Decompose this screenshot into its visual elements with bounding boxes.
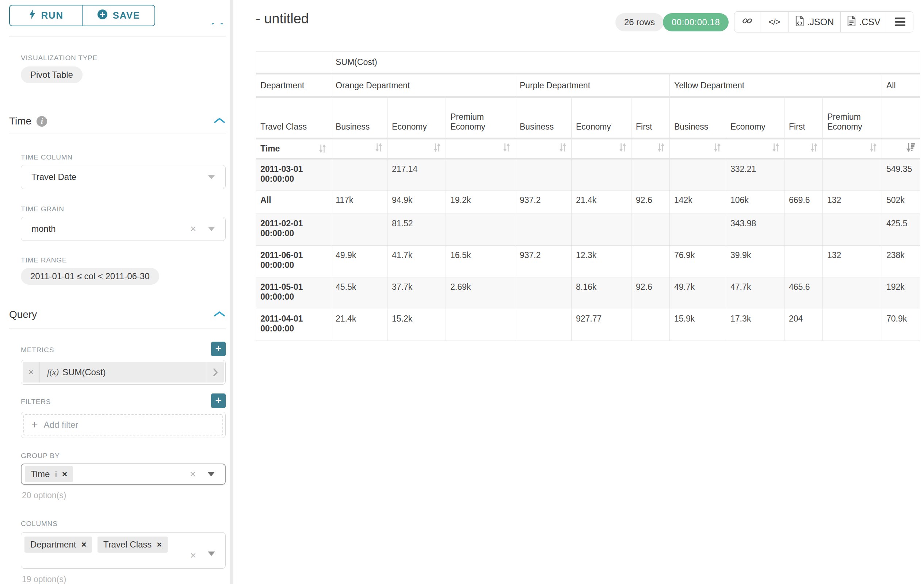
sort-updown-icon bbox=[503, 142, 511, 153]
pivot-row-label: 2011-03-01 00:00:00 bbox=[256, 159, 331, 191]
pivot-value-cell: 39.9k bbox=[726, 246, 784, 277]
sort-toggle[interactable] bbox=[726, 139, 784, 159]
pivot-value-cell bbox=[632, 309, 670, 341]
sort-toggle[interactable] bbox=[515, 139, 572, 159]
pivot-value-cell bbox=[823, 159, 882, 191]
remove-chip-icon[interactable]: × bbox=[157, 540, 162, 550]
pivot-value-cell: 465.6 bbox=[784, 277, 823, 309]
time-sort-header[interactable]: Time bbox=[256, 139, 331, 159]
pivot-value-cell bbox=[331, 159, 388, 191]
pivot-value-cell: 15.9k bbox=[670, 309, 726, 341]
sort-toggle[interactable] bbox=[784, 139, 823, 159]
more-options-button[interactable] bbox=[887, 12, 913, 32]
plus-icon: + bbox=[31, 419, 38, 431]
plus-circle-icon bbox=[97, 9, 108, 22]
sort-updown-icon bbox=[433, 142, 441, 153]
columns-chip-department[interactable]: Department × bbox=[25, 536, 92, 553]
pivot-value-cell bbox=[632, 214, 670, 246]
travel-class-header: Business bbox=[331, 97, 388, 139]
pivot-value-cell bbox=[446, 214, 515, 246]
metrics-label: METRICS bbox=[21, 346, 54, 354]
group-by-chip-time[interactable]: Time i × bbox=[25, 466, 73, 482]
pivot-value-cell: 142k bbox=[670, 191, 726, 214]
pivot-value-cell: 204 bbox=[784, 309, 823, 341]
time-column-select[interactable]: Travel Date bbox=[21, 165, 226, 189]
remove-chip-icon[interactable]: × bbox=[81, 540, 86, 550]
sort-toggle[interactable] bbox=[823, 139, 882, 159]
short-link-button[interactable] bbox=[734, 12, 760, 32]
chart-title[interactable]: - untitled bbox=[256, 11, 309, 26]
pivot-value-cell bbox=[331, 214, 388, 246]
visualization-type-label: VISUALIZATION TYPE bbox=[21, 54, 97, 62]
query-section-title: Query bbox=[9, 309, 37, 321]
pivot-value-cell: 49.7k bbox=[670, 277, 726, 309]
pivot-value-cell: 132 bbox=[823, 191, 882, 214]
sort-toggle[interactable] bbox=[572, 139, 632, 159]
save-button[interactable]: SAVE bbox=[82, 5, 155, 26]
query-duration-badge: 00:00:00.18 bbox=[663, 13, 729, 31]
link-icon bbox=[741, 15, 753, 29]
clear-icon[interactable]: × bbox=[190, 468, 196, 480]
run-save-button-group: RUN SAVE bbox=[9, 5, 155, 26]
expand-metric-chevron-icon[interactable] bbox=[207, 362, 224, 383]
info-icon: i bbox=[36, 116, 47, 127]
pivot-value-cell bbox=[632, 159, 670, 191]
pivot-row-label: 2011-05-01 00:00:00 bbox=[256, 277, 331, 309]
pivot-value-cell: 47.7k bbox=[726, 277, 784, 309]
department-group-header: Yellow Department bbox=[670, 74, 882, 97]
add-filter-button[interactable]: + Add filter bbox=[23, 414, 223, 436]
time-range-chip[interactable]: 2011-01-01 ≤ col < 2011-06-30 bbox=[21, 268, 159, 285]
export-csv-button[interactable]: .CSV bbox=[840, 12, 887, 32]
pivot-row-label: 2011-04-01 00:00:00 bbox=[256, 309, 331, 341]
time-range-label: TIME RANGE bbox=[21, 256, 67, 264]
columns-select[interactable]: Department × Travel Class × × bbox=[21, 532, 226, 569]
section-divider bbox=[9, 328, 226, 329]
group-by-helper: 20 option(s) bbox=[22, 490, 66, 500]
sort-toggle[interactable] bbox=[632, 139, 670, 159]
time-grain-select[interactable]: month × bbox=[21, 217, 226, 241]
pivot-value-cell bbox=[670, 214, 726, 246]
sort-toggle[interactable] bbox=[670, 139, 726, 159]
pivot-value-cell: 92.6 bbox=[632, 277, 670, 309]
pivot-value-cell: 343.98 bbox=[726, 214, 784, 246]
remove-chip-icon[interactable]: × bbox=[62, 469, 67, 479]
pivot-value-cell: 19.2k bbox=[446, 191, 515, 214]
group-by-select[interactable]: Time i × × bbox=[21, 464, 226, 485]
columns-helper: 19 option(s) bbox=[22, 574, 66, 584]
pivot-value-cell: 21.4k bbox=[331, 309, 388, 341]
pivot-value-cell: 16.5k bbox=[446, 246, 515, 277]
metrics-box: × f(x) SUM(Cost) bbox=[21, 360, 226, 385]
pivot-value-cell: 192k bbox=[882, 277, 920, 309]
pivot-row-label: 2011-06-01 00:00:00 bbox=[256, 246, 331, 277]
export-json-button[interactable]: .JSON bbox=[788, 12, 840, 32]
sort-updown-icon bbox=[375, 142, 383, 153]
add-metric-button[interactable]: + bbox=[211, 342, 226, 356]
pivot-value-cell: 549.35 bbox=[882, 159, 920, 191]
time-collapse-chevron-icon[interactable] bbox=[213, 118, 226, 125]
sort-toggle[interactable] bbox=[331, 139, 388, 159]
pivot-value-cell: 332.21 bbox=[726, 159, 784, 191]
sort-toggle-active[interactable] bbox=[882, 139, 920, 159]
clear-icon[interactable]: × bbox=[190, 223, 196, 235]
sort-toggle[interactable] bbox=[388, 139, 446, 159]
columns-chip-travel-class[interactable]: Travel Class × bbox=[97, 536, 168, 553]
embed-code-button[interactable]: </> bbox=[760, 12, 788, 32]
pivot-value-cell: 70.9k bbox=[882, 309, 920, 341]
pivot-value-cell: 45.5k bbox=[331, 277, 388, 309]
sort-updown-icon bbox=[318, 143, 327, 154]
run-button[interactable]: RUN bbox=[10, 5, 82, 26]
visualization-type-chip[interactable]: Pivot Table bbox=[21, 66, 82, 83]
sort-toggle[interactable] bbox=[446, 139, 515, 159]
add-filter-plus-button[interactable]: + bbox=[211, 393, 226, 408]
travel-class-header: Premium Economy bbox=[446, 97, 515, 139]
query-collapse-chevron-icon[interactable] bbox=[213, 311, 226, 318]
department-group-header: All bbox=[882, 74, 920, 97]
pivot-value-cell: 927.77 bbox=[572, 309, 632, 341]
pivot-value-cell bbox=[446, 159, 515, 191]
metric-chip[interactable]: × f(x) SUM(Cost) bbox=[23, 362, 224, 383]
pivot-value-cell: 669.6 bbox=[784, 191, 823, 214]
sidebar-scrollbar[interactable] bbox=[230, 0, 233, 584]
clear-icon[interactable]: × bbox=[190, 549, 196, 562]
pivot-value-cell: 15.2k bbox=[388, 309, 446, 341]
remove-metric-icon[interactable]: × bbox=[23, 362, 40, 383]
